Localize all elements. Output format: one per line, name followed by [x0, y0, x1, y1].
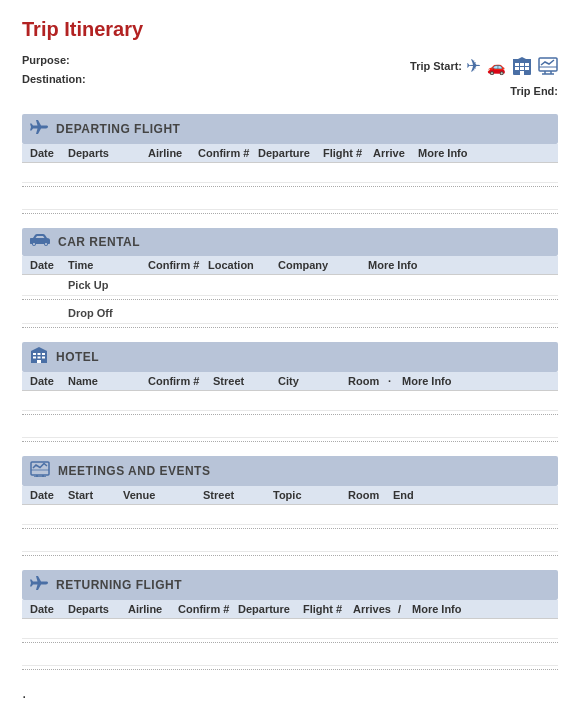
col-arrives: Arrives	[353, 603, 398, 615]
hotel-icon	[512, 57, 532, 75]
footer-dot: .	[22, 684, 558, 702]
svg-rect-16	[33, 353, 36, 355]
plane-icon: ✈	[466, 51, 481, 82]
destination-label: Destination:	[22, 73, 86, 85]
svg-marker-23	[31, 347, 47, 351]
departing-header: DEPARTING FLIGHT	[22, 114, 558, 144]
col-departs: Departs	[68, 147, 148, 159]
purpose-label: Purpose:	[22, 54, 70, 66]
trip-meta-right: Trip Start: ✈ 🚗	[410, 51, 558, 100]
car-rental-section: CAR RENTAL Date Time Confirm # Location …	[22, 228, 558, 328]
col-airline: Airline	[128, 603, 178, 615]
col-street: Street	[213, 375, 278, 387]
trip-meta-left: Purpose: Destination:	[22, 51, 86, 88]
svg-rect-19	[33, 357, 36, 359]
pickup-label: Pick Up	[68, 279, 148, 291]
hotel-section: HOTEL Date Name Confirm # Street City Ro…	[22, 342, 558, 442]
svg-rect-22	[37, 360, 41, 363]
returning-plane-icon	[30, 575, 48, 595]
col-arrive: Arrive	[373, 147, 418, 159]
departing-columns: Date Departs Airline Confirm # Departure…	[22, 144, 558, 163]
col-room: Room	[348, 375, 388, 387]
col-date: Date	[30, 147, 68, 159]
trip-icons: ✈ 🚗	[466, 51, 558, 82]
col-date: Date	[30, 259, 68, 271]
meetings-row-2	[22, 532, 558, 552]
departing-plane-icon	[30, 119, 48, 139]
meetings-columns: Date Start Venue Street Topic Room End	[22, 486, 558, 505]
meetings-title: MEETINGS AND EVENTS	[58, 464, 210, 478]
page-title: Trip Itinerary	[22, 18, 558, 41]
departing-title: DEPARTING FLIGHT	[56, 122, 180, 136]
col-more-dot: ·	[388, 375, 402, 387]
svg-rect-24	[31, 462, 49, 475]
col-location: Location	[208, 259, 278, 271]
col-venue: Venue	[123, 489, 203, 501]
col-date: Date	[30, 489, 68, 501]
hotel-title: HOTEL	[56, 350, 99, 364]
departing-row-1	[22, 163, 558, 183]
departing-flight-section: DEPARTING FLIGHT Date Departs Airline Co…	[22, 114, 558, 214]
svg-rect-1	[515, 63, 519, 66]
returning-flight-section: RETURNING FLIGHT Date Departs Airline Co…	[22, 570, 558, 670]
returning-row-1	[22, 619, 558, 639]
col-airline: Airline	[148, 147, 198, 159]
svg-rect-17	[38, 353, 41, 355]
car-pickup-row: Pick Up	[22, 275, 558, 296]
trip-start-label: Trip Start:	[410, 57, 462, 76]
svg-rect-2	[520, 63, 524, 66]
meetings-icon	[30, 461, 50, 481]
col-end: End	[393, 489, 550, 501]
col-date: Date	[30, 603, 68, 615]
col-moreinfo: More Info	[368, 259, 550, 271]
col-departure: Departure	[258, 147, 323, 159]
returning-columns: Date Departs Airline Confirm # Departure…	[22, 600, 558, 619]
col-time: Time	[68, 259, 148, 271]
returning-header: RETURNING FLIGHT	[22, 570, 558, 600]
col-departs: Departs	[68, 603, 128, 615]
car-icon: 🚗	[487, 54, 506, 80]
hotel-row-1	[22, 391, 558, 411]
car-header: CAR RENTAL	[22, 228, 558, 256]
meetings-header: MEETINGS AND EVENTS	[22, 456, 558, 486]
trip-end-label: Trip End:	[510, 82, 558, 101]
departing-row-2	[22, 190, 558, 210]
col-date: Date	[30, 375, 68, 387]
car-rental-icon	[30, 233, 50, 251]
returning-row-2	[22, 646, 558, 666]
car-dropoff-row: Drop Off	[22, 303, 558, 324]
car-columns: Date Time Confirm # Location Company Mor…	[22, 256, 558, 275]
meetings-section: MEETINGS AND EVENTS Date Start Venue Str…	[22, 456, 558, 556]
col-topic: Topic	[273, 489, 348, 501]
col-flight: Flight #	[323, 147, 373, 159]
hotel-header: HOTEL	[22, 342, 558, 372]
col-company: Company	[278, 259, 368, 271]
col-extra: /	[398, 603, 412, 615]
svg-rect-20	[38, 357, 41, 359]
col-moreinfo: More Info	[418, 147, 550, 159]
col-flight: Flight #	[303, 603, 353, 615]
car-title: CAR RENTAL	[58, 235, 140, 249]
svg-rect-3	[525, 63, 529, 66]
col-confirm: Confirm #	[178, 603, 238, 615]
col-street: Street	[203, 489, 273, 501]
col-moreinfo: More Info	[402, 375, 550, 387]
meetings-row-1	[22, 505, 558, 525]
col-name: Name	[68, 375, 148, 387]
svg-rect-4	[515, 67, 519, 70]
col-confirm: Confirm #	[198, 147, 258, 159]
col-start: Start	[68, 489, 123, 501]
hotel-section-icon	[30, 347, 48, 367]
svg-rect-21	[42, 357, 45, 359]
hotel-row-2	[22, 418, 558, 438]
hotel-columns: Date Name Confirm # Street City Room · M…	[22, 372, 558, 391]
col-departure: Departure	[238, 603, 303, 615]
svg-rect-6	[525, 67, 529, 70]
returning-title: RETURNING FLIGHT	[56, 578, 182, 592]
col-confirm: Confirm #	[148, 259, 208, 271]
col-confirm: Confirm #	[148, 375, 213, 387]
col-city: City	[278, 375, 348, 387]
trip-meta: Purpose: Destination: Trip Start: ✈ 🚗	[22, 51, 558, 100]
svg-rect-5	[520, 67, 524, 70]
col-moreinfo: More Info	[412, 603, 550, 615]
